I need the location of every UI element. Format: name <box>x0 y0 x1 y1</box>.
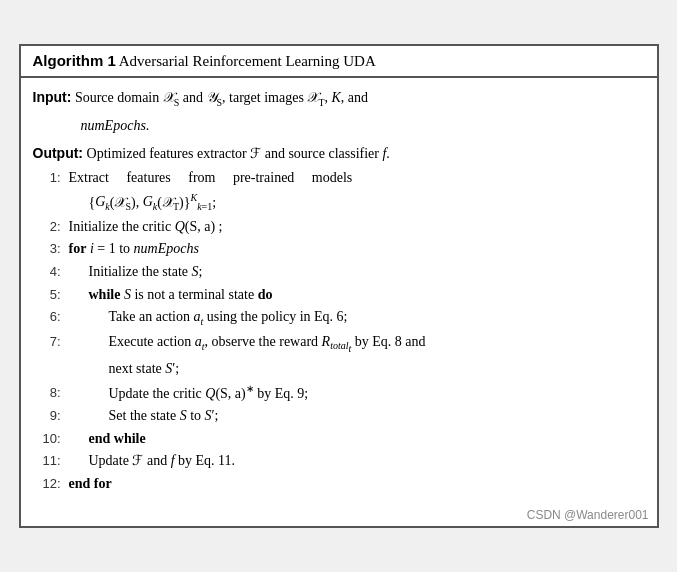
algo-line-8: 8: Update the critic Q(S, a)∗ by Eq. 9; <box>33 381 645 404</box>
algo-line-2: 2: Initialize the critic Q(S, a) ; <box>33 216 645 238</box>
algo-line-11: 11: Update ℱ and f by Eq. 11. <box>33 450 645 472</box>
algo-line-7: 7: Execute action at, observe the reward… <box>33 331 645 357</box>
line-num-9: 9: <box>33 406 61 426</box>
algorithm-header: Algorithm 1 Adversarial Reinforcement Le… <box>21 46 657 78</box>
line-content-8: Update the critic Q(S, a)∗ by Eq. 9; <box>69 381 645 404</box>
algorithm-container: Algorithm 1 Adversarial Reinforcement Le… <box>19 44 659 527</box>
line-content-6: Take an action at using the policy in Eq… <box>69 306 645 329</box>
input-numepochs: numEpochs. <box>81 118 150 133</box>
input-line2: numEpochs. <box>33 113 645 139</box>
line-num-12: 12: <box>33 474 61 494</box>
line-content-12: end for <box>69 473 645 495</box>
line-content-11: Update ℱ and f by Eq. 11. <box>69 450 645 472</box>
line-num-3: 3: <box>33 239 61 259</box>
line-content-7b: next state S′; <box>69 358 645 380</box>
output-label: Output: <box>33 145 84 161</box>
algo-line-7b: next state S′; <box>33 358 645 380</box>
output-line: Output: Optimized features extractor ℱ a… <box>33 140 645 167</box>
output-text: Optimized features extractor ℱ and sourc… <box>87 146 390 161</box>
line-num-5: 5: <box>33 285 61 305</box>
line-content-5: while S is not a terminal state do <box>69 284 645 306</box>
algo-line-4: 4: Initialize the state S; <box>33 261 645 283</box>
algo-line-1: 1: Extract features from pre-trained mod… <box>33 167 645 189</box>
watermark-text: CSDN @Wanderer001 <box>527 508 649 522</box>
watermark: CSDN @Wanderer001 <box>21 506 657 526</box>
algo-line-10: 10: end while <box>33 428 645 450</box>
line-num-1: 1: <box>33 168 61 188</box>
line-content-4: Initialize the state S; <box>69 261 645 283</box>
line-num-11: 11: <box>33 451 61 471</box>
input-line: Input: Source domain 𝒳S and 𝒴S, target i… <box>33 84 645 113</box>
algo-line-9: 9: Set the state S to S′; <box>33 405 645 427</box>
algorithm-title: Adversarial Reinforcement Learning UDA <box>119 53 376 69</box>
algo-line-3: 3: for i = 1 to numEpochs <box>33 238 645 260</box>
algo-line-12: 12: end for <box>33 473 645 495</box>
line-content-9: Set the state S to S′; <box>69 405 645 427</box>
line-content-1b: {Gk(𝒳S), Gk(𝒳T)}Kk=1; <box>69 190 645 215</box>
algo-line-1b: {Gk(𝒳S), Gk(𝒳T)}Kk=1; <box>33 190 645 215</box>
line-num-10: 10: <box>33 429 61 449</box>
line-num-7: 7: <box>33 332 61 352</box>
line-content-10: end while <box>69 428 645 450</box>
line-num-6: 6: <box>33 307 61 327</box>
algorithm-number: Algorithm 1 <box>33 52 116 69</box>
line-content-2: Initialize the critic Q(S, a) ; <box>69 216 645 238</box>
line-content-7: Execute action at, observe the reward Rt… <box>69 331 645 357</box>
algo-line-5: 5: while S is not a terminal state do <box>33 284 645 306</box>
line-num-4: 4: <box>33 262 61 282</box>
line-content-3: for i = 1 to numEpochs <box>69 238 645 260</box>
line-num-8: 8: <box>33 383 61 403</box>
line-num-2: 2: <box>33 217 61 237</box>
input-text: Source domain 𝒳S and 𝒴S, target images 𝒳… <box>75 90 368 105</box>
algorithm-body: Input: Source domain 𝒳S and 𝒴S, target i… <box>21 78 657 505</box>
input-label: Input: <box>33 89 72 105</box>
line-content-1: Extract features from pre-trained models <box>69 167 645 189</box>
algo-line-6: 6: Take an action at using the policy in… <box>33 306 645 329</box>
